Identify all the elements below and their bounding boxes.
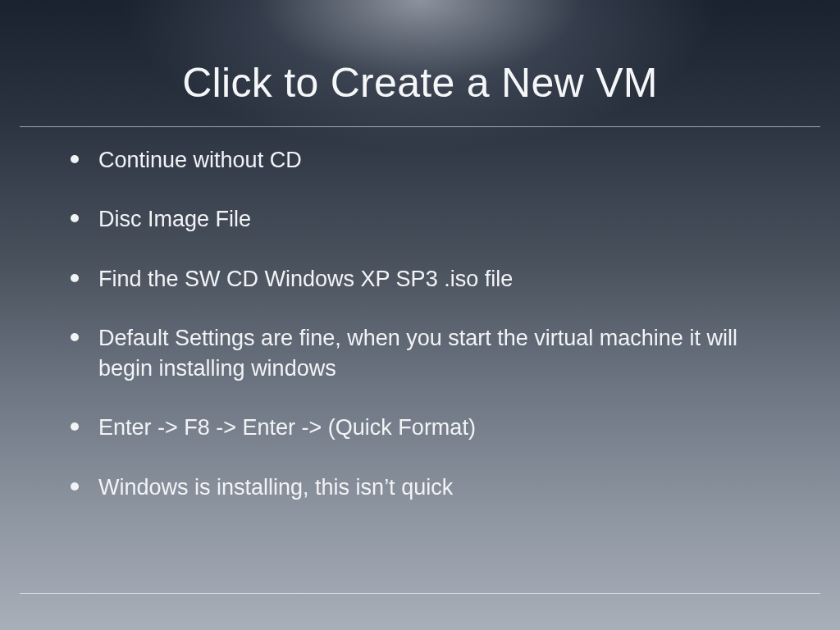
list-item: Find the SW CD Windows XP SP3 .iso file bbox=[49, 264, 791, 294]
bottom-divider bbox=[20, 593, 820, 594]
list-item: Default Settings are fine, when you star… bbox=[49, 323, 791, 383]
bullet-list: Continue without CD Disc Image File Find… bbox=[49, 145, 791, 502]
list-item: Disc Image File bbox=[49, 204, 791, 234]
list-item: Enter -> F8 -> Enter -> (Quick Format) bbox=[49, 413, 791, 442]
list-item: Continue without CD bbox=[49, 145, 791, 175]
slide: Click to Create a New VM Continue withou… bbox=[0, 0, 840, 630]
list-item: Windows is installing, this isn’t quick bbox=[49, 472, 791, 502]
slide-title: Click to Create a New VM bbox=[0, 0, 840, 126]
slide-content: Continue without CD Disc Image File Find… bbox=[0, 127, 840, 502]
